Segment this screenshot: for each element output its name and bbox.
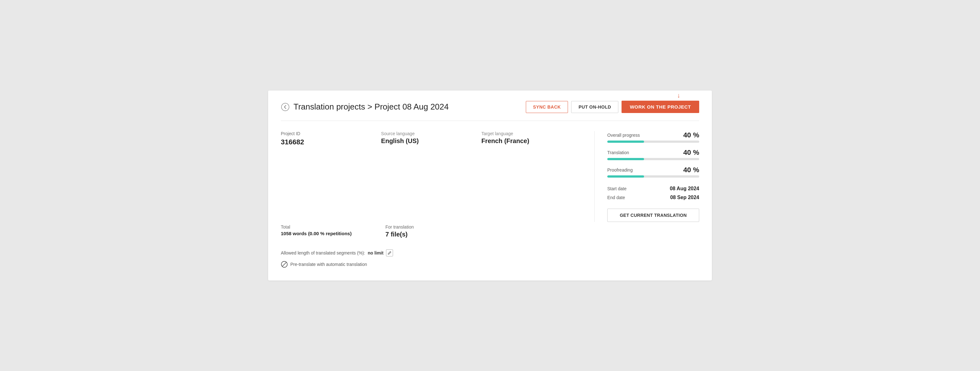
header-actions: ↓ SYNC BACK PUT ON-HOLD WORK ON THE PROJ… [526,101,699,113]
svg-point-0 [282,103,289,111]
sync-back-button[interactable]: SYNC BACK [526,101,568,113]
overall-progress-bar [607,141,699,143]
end-date-label: End date [607,195,625,200]
overall-progress-row: Overall progress 40 % [607,131,699,139]
start-date-row: Start date 08 Aug 2024 [607,186,699,192]
progress-section: Overall progress 40 % Translation 40 % P… [595,131,699,222]
get-current-translation-button[interactable]: GET CURRENT TRANSLATION [607,209,699,222]
target-language-value: French (France) [482,137,582,145]
overall-progress-pct: 40 % [683,131,699,139]
arrow-indicator: ↓ [677,92,680,99]
total-value: 1058 words (0.00 % repetitions) [281,231,385,236]
pretranslate-text: Pre-translate with automatic translation [290,262,367,267]
project-id-value: 316682 [281,138,381,146]
total-block: Total 1058 words (0.00 % repetitions) [281,222,385,246]
target-language-block: Target language French (France) [482,131,582,222]
proofreading-progress-fill [607,175,644,178]
empty-block [490,222,595,246]
overall-progress-label: Overall progress [607,133,640,138]
translation-progress-label: Translation [607,150,629,155]
breadcrumb: Translation projects > Project 08 Aug 20… [293,102,449,112]
allowed-length-label: Allowed length of translated segments (%… [281,251,365,255]
end-date-value: 08 Sep 2024 [670,195,699,200]
proofreading-progress-row: Proofreading 40 % [607,166,699,174]
source-language-block: Source language English (US) [381,131,481,222]
allowed-length-row: Allowed length of translated segments (%… [281,246,595,257]
back-button[interactable] [281,103,290,111]
info-section: Project ID 316682 Source language Englis… [281,131,595,222]
svg-line-2 [282,262,286,266]
translation-progress-bar [607,158,699,160]
proofreading-progress-pct: 40 % [683,166,699,174]
put-on-hold-button[interactable]: PUT ON-HOLD [571,101,618,113]
for-translation-label: For translation [385,224,490,230]
no-limit-text: no limit [368,251,383,255]
proofreading-progress-label: Proofreading [607,168,633,173]
total-label: Total [281,224,385,230]
translation-progress-pct: 40 % [683,149,699,157]
overall-progress-fill [607,141,644,143]
target-language-label: Target language [482,131,582,136]
edit-icon[interactable] [386,249,393,257]
translation-progress-row: Translation 40 % [607,149,699,157]
page-header: Translation projects > Project 08 Aug 20… [281,101,699,121]
source-language-value: English (US) [381,137,481,145]
proofreading-progress-bar [607,175,699,178]
start-date-label: Start date [607,186,627,191]
header-left: Translation projects > Project 08 Aug 20… [281,102,449,112]
for-translation-value: 7 file(s) [385,231,490,238]
project-id-label: Project ID [281,131,381,136]
main-content: Project ID 316682 Source language Englis… [281,131,699,268]
no-symbol-icon [281,261,288,268]
project-id-block: Project ID 316682 [281,131,381,222]
source-language-label: Source language [381,131,481,136]
pretranslate-row: Pre-translate with automatic translation [281,257,595,268]
main-card: Translation projects > Project 08 Aug 20… [268,90,712,281]
start-date-value: 08 Aug 2024 [670,186,699,192]
translation-progress-fill [607,158,644,160]
end-date-row: End date 08 Sep 2024 [607,195,699,200]
work-on-project-button[interactable]: WORK ON THE PROJECT [622,101,699,113]
for-translation-block: For translation 7 file(s) [385,222,490,246]
